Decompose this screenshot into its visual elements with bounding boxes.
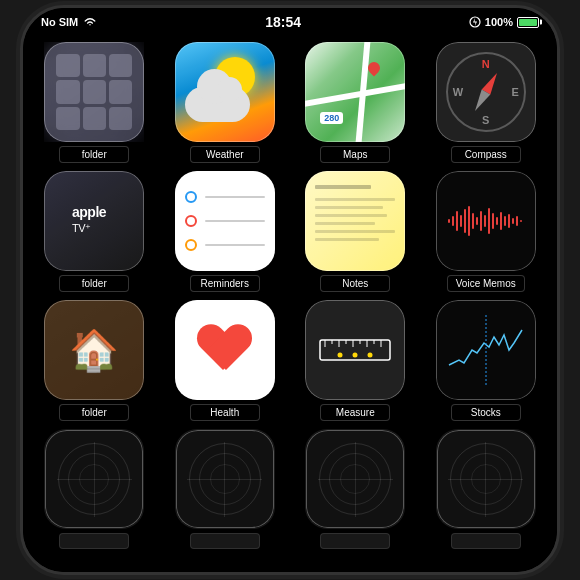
app-item-weather[interactable]: Weather [164,42,287,163]
app-item-notes[interactable]: Notes [294,171,417,292]
app-label-empty2 [190,533,260,549]
app-icon-voicememos [436,171,536,271]
app-label-measure: Measure [320,404,390,421]
app-item-voicememos[interactable]: Voice Memos [425,171,548,292]
compass-south: S [482,114,489,126]
status-bar: No SIM 18:54 100% [23,8,557,34]
reminder-line [205,196,265,198]
app-item-empty4 [425,429,548,549]
svg-rect-19 [512,218,514,224]
app-item-stocks[interactable]: Stocks [425,300,548,421]
app-icon-folder2: apple TV⁺ [44,171,144,271]
app-label-reminders: Reminders [190,275,260,292]
crosshair-2 [176,430,274,528]
maps-road-v [355,42,371,142]
status-left: No SIM [41,16,97,28]
crosshair-inner [471,464,501,494]
notes-line [315,198,395,201]
crosshair-inner [340,464,370,494]
maps-content: 280 [305,42,405,142]
svg-rect-21 [520,220,522,222]
app-icon-health [175,300,275,400]
app-label-notes: Notes [320,275,390,292]
app-icon-stocks [436,300,536,400]
app-icon-empty2 [175,429,275,529]
folder-mini [109,80,132,103]
maps-badge: 280 [320,112,343,124]
app-item-reminders[interactable]: Reminders [164,171,287,292]
cloud-icon [185,87,250,122]
notes-content [305,171,405,271]
crosshair-inner [210,464,240,494]
compass-north: N [482,58,490,70]
svg-rect-14 [492,213,494,229]
reminder-item [185,191,265,203]
app-icon-folder1 [44,42,144,142]
app-icon-folder3: 🏠 [44,300,144,400]
app-icon-maps: 280 [305,42,405,142]
reminders-content [175,171,275,271]
compass-content: N S E W [436,42,536,142]
sun-icon [215,57,255,97]
waveform-icon [446,201,526,241]
crosshair-v [485,442,486,517]
app-item-folder3[interactable]: 🏠 folder [33,300,156,421]
crosshair-3 [306,430,404,528]
crosshair-inner [79,464,109,494]
svg-point-32 [338,353,343,358]
appletv-content: apple TV⁺ [44,171,144,271]
app-icon-empty3 [305,429,405,529]
app-icon-reminders [175,171,275,271]
app-item-folder1[interactable]: folder [33,42,156,163]
svg-rect-16 [500,212,502,230]
svg-rect-10 [476,217,478,225]
app-item-empty1 [33,429,156,549]
reminder-item [185,239,265,251]
svg-point-34 [368,353,373,358]
notes-line [315,238,379,241]
app-icon-empty1 [44,429,144,529]
app-item-folder2[interactable]: apple TV⁺ folder [33,171,156,292]
battery-indicator [517,17,539,28]
app-label-empty4 [451,533,521,549]
svg-rect-5 [456,211,458,231]
notes-line [315,214,387,217]
reminder-dot-1 [185,191,197,203]
svg-rect-22 [320,340,390,360]
notes-line [315,230,395,233]
crosshair-h [187,479,262,480]
app-item-health[interactable]: Health [164,300,287,421]
stocks-chart [444,315,528,385]
app-label-maps: Maps [320,146,390,163]
notes-line [315,222,375,225]
svg-rect-20 [516,216,518,226]
weather-content [175,42,275,142]
crosshair-1 [45,430,143,528]
carrier-label: No SIM [41,16,78,28]
stocks-content [436,300,536,400]
crosshair-h [57,479,132,480]
charging-icon [469,16,481,28]
battery-icon [517,17,539,28]
app-item-compass[interactable]: N S E W Compass [425,42,548,163]
measure-content [305,300,405,400]
app-item-maps[interactable]: 280 Maps [294,42,417,163]
folder-mini [56,54,79,77]
maps-pin [368,62,380,78]
folder-mini [109,107,132,130]
svg-text:TV⁺: TV⁺ [72,222,91,234]
svg-rect-18 [508,214,510,228]
ruler-icon [315,325,395,375]
status-right: 100% [469,16,539,28]
app-icon-notes [305,171,405,271]
app-item-measure[interactable]: Measure [294,300,417,421]
compass-west: W [453,86,463,98]
svg-text:apple: apple [72,204,107,220]
app-label-folder1: folder [59,146,129,163]
folder-mini [83,80,106,103]
home-screen: folder Weather [23,34,557,572]
reminder-dot-2 [185,215,197,227]
folder-mini [109,54,132,77]
app-label-empty3 [320,533,390,549]
app-label-voicememos: Voice Memos [447,275,525,292]
